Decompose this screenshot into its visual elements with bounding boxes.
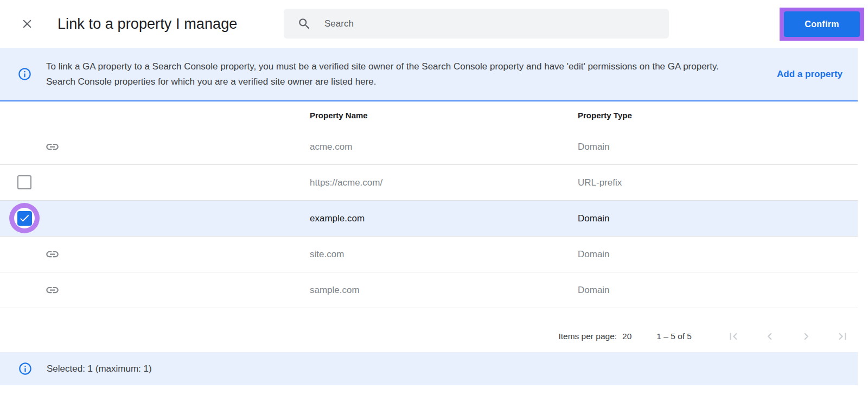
items-per-page-value[interactable]: 20 (622, 332, 631, 341)
property-name-cell: site.com (310, 237, 344, 272)
table-row[interactable]: sample.comDomain (0, 272, 858, 308)
link-property-dialog: Link to a property I manage Confirm To l… (0, 0, 868, 414)
selection-status-bar: Selected: 1 (maximum: 1) (0, 352, 858, 385)
column-header-property-name: Property Name (310, 101, 368, 129)
search-input[interactable] (323, 18, 629, 30)
info-icon (18, 361, 33, 376)
table-row[interactable]: acme.comDomain (0, 129, 858, 165)
column-header-property-type: Property Type (578, 101, 632, 129)
property-type-cell: URL-prefix (578, 165, 622, 200)
row-checkbox-checked[interactable] (17, 211, 32, 226)
search-box[interactable] (284, 9, 669, 39)
items-per-page-label: Items per page: (558, 332, 617, 341)
table-row[interactable]: site.comDomain (0, 237, 858, 272)
table-rows: acme.comDomainhttps://acme.com/URL-prefi… (0, 129, 858, 308)
selection-status-text: Selected: 1 (maximum: 1) (47, 364, 152, 374)
info-icon (17, 67, 32, 81)
property-name-cell: example.com (310, 201, 365, 236)
property-name-cell: https://acme.com/ (310, 165, 382, 200)
property-name-cell: sample.com (310, 272, 360, 308)
dialog-title: Link to a property I manage (58, 0, 237, 48)
link-icon (45, 139, 60, 154)
search-icon (297, 17, 311, 31)
confirm-button[interactable]: Confirm (784, 11, 860, 37)
property-type-cell: Domain (578, 201, 610, 236)
link-icon (45, 283, 60, 297)
confirm-button-highlight: Confirm (780, 8, 864, 41)
page-range-label: 1 – 5 of 5 (656, 332, 692, 341)
link-icon (45, 247, 60, 262)
paginator: Items per page: 20 1 – 5 of 5 (0, 323, 858, 349)
next-page-icon[interactable] (799, 329, 813, 343)
selection-highlight-ring (9, 203, 40, 233)
table-row[interactable]: example.comDomain (0, 201, 858, 237)
dialog-header: Link to a property I manage Confirm (0, 0, 868, 48)
add-property-link[interactable]: Add a property (777, 69, 843, 80)
close-icon[interactable] (20, 17, 34, 31)
last-page-icon[interactable] (835, 329, 850, 343)
property-type-cell: Domain (578, 129, 610, 164)
banner-text: To link a GA property to a Search Consol… (46, 59, 735, 90)
table-header: Property Name Property Type (0, 101, 858, 130)
ring-inner (14, 208, 35, 228)
property-type-cell: Domain (578, 237, 610, 272)
row-checkbox[interactable] (17, 175, 31, 189)
table-row[interactable]: https://acme.com/URL-prefix (0, 165, 858, 201)
property-name-cell: acme.com (310, 129, 352, 164)
first-page-icon[interactable] (726, 329, 741, 343)
previous-page-icon[interactable] (763, 329, 777, 343)
info-banner: To link a GA property to a Search Consol… (0, 48, 858, 101)
property-type-cell: Domain (578, 272, 610, 308)
